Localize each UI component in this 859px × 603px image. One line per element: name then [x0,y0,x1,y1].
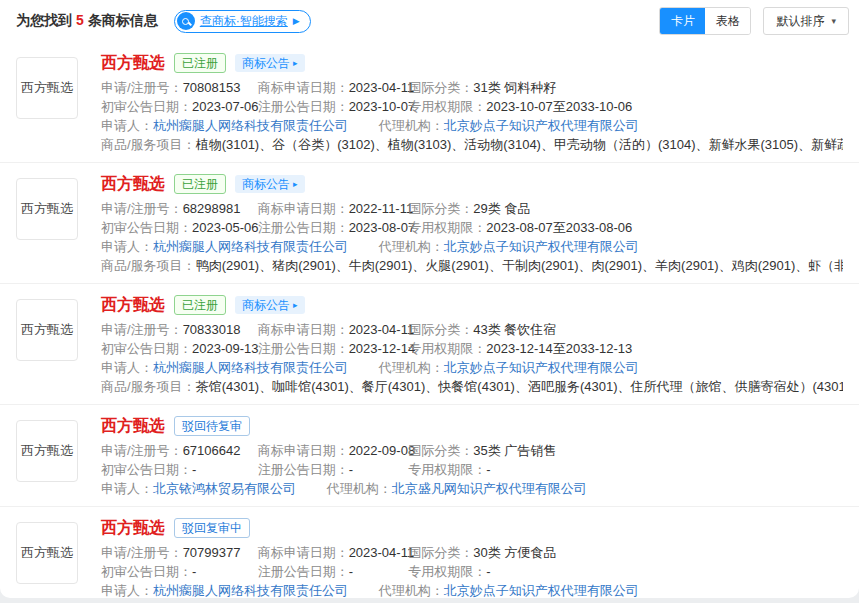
goods-value: 茶馆(4301)、咖啡馆(4301)、餐厅(4301)、快餐馆(4301)、酒吧… [196,379,843,394]
applicant-link[interactable]: 杭州瘸腿人网络科技有限责任公司 [153,118,348,133]
trademark-name-link[interactable]: 西方甄选 [101,518,165,539]
view-toggle: 卡片 表格 [659,7,751,35]
announcement-badge[interactable]: 商标公告 ▸ [235,54,305,72]
agency-link[interactable]: 北京妙点子知识产权代理有限公司 [444,360,639,375]
reg-no-value: 70808153 [183,80,241,95]
arrow-right-icon: ▸ [293,54,298,72]
exclusive-period-value: 2023-12-14至2033-12-13 [486,341,632,356]
result-count-text: 为您找到5条商标信息 [16,12,158,30]
trademark-image-text: 西方甄选 [21,321,73,339]
announcement-label: 商标公告 [242,54,290,72]
intl-class-label: 国际分类： [408,322,473,337]
reg-announce-label: 注册公告日期： [258,99,349,114]
applicant-label: 申请人： [101,118,153,133]
applicant-link[interactable]: 杭州瘸腿人网络科技有限责任公司 [153,239,348,254]
agency-link[interactable]: 北京妙点子知识产权代理有限公司 [444,118,639,133]
view-card-button[interactable]: 卡片 [660,8,705,34]
goods-row: 商品/服务项目：鸭肉(2901)、猪肉(2901)、牛肉(2901)、火腿(29… [101,256,843,275]
results-list: 西方甄选 西方甄选 已注册 商标公告 ▸ 申请/注册号：70808153 商标申… [0,42,859,598]
goods-row: 商品/服务项目：茶馆(4301)、咖啡馆(4301)、餐厅(4301)、快餐馆(… [101,377,843,396]
apply-date-label: 商标申请日期： [258,201,349,216]
exclusive-period-label: 专用权期限： [408,220,486,235]
applicant-link[interactable]: 杭州瘸腿人网络科技有限责任公司 [153,583,348,598]
agency-label: 代理机构： [379,118,444,133]
applicant-label: 申请人： [101,360,153,375]
smart-search-button[interactable]: 查商标·智能搜索 ▶ [174,10,311,33]
agency-link[interactable]: 北京妙点子知识产权代理有限公司 [444,239,639,254]
trademark-image[interactable]: 西方甄选 [16,178,78,240]
applicant-link[interactable]: 北京铱鸿林贸易有限公司 [153,481,296,496]
trademark-image[interactable]: 西方甄选 [16,299,78,361]
exclusive-period-label: 专用权期限： [408,341,486,356]
result-suffix: 条商标信息 [88,12,158,28]
reg-no-value: 70799377 [183,545,241,560]
trademark-image[interactable]: 西方甄选 [16,57,78,119]
intl-class-value: 43类 餐饮住宿 [473,322,556,337]
announcement-label: 商标公告 [242,296,290,314]
agency-label: 代理机构： [379,360,444,375]
announcement-badge[interactable]: 商标公告 ▸ [235,175,305,193]
trademark-results-page: 为您找到5条商标信息 查商标·智能搜索 ▶ 卡片 表格 默认排序 ▾ 西方甄选 [0,0,859,598]
result-prefix: 为您找到 [16,12,72,28]
trademark-record: 西方甄选 西方甄选 已注册 商标公告 ▸ 申请/注册号：70833018 商标申… [0,284,859,405]
trademark-image-text: 西方甄选 [21,544,73,562]
trademark-name-link[interactable]: 西方甄选 [101,295,165,316]
intl-class-value: 35类 广告销售 [473,443,556,458]
intl-class-value: 30类 方便食品 [473,545,556,560]
announcement-badge[interactable]: 商标公告 ▸ [235,296,305,314]
agency-label: 代理机构： [379,239,444,254]
record-row-2: 初审公告日期：2023-09-13 注册公告日期：2023-12-14 专用权期… [101,339,843,358]
trademark-image[interactable]: 西方甄选 [16,522,78,584]
announcement-label: 商标公告 [242,175,290,193]
goods-label: 商品/服务项目： [101,137,196,152]
intl-class-value: 31类 饲料种籽 [473,80,556,95]
status-badge: 已注册 [174,295,226,315]
trademark-name-link[interactable]: 西方甄选 [101,174,165,195]
agency-link[interactable]: 北京妙点子知识产权代理有限公司 [444,583,639,598]
goods-row: 商品/服务项目：植物(3101)、谷（谷类）(3102)、植物(3103)、活动… [101,135,843,154]
trademark-record: 西方甄选 西方甄选 已注册 商标公告 ▸ 申请/注册号：68298981 商标申… [0,163,859,284]
reg-no-label: 申请/注册号： [101,322,183,337]
trademark-image-text: 西方甄选 [21,200,73,218]
apply-date-value: 2022-11-11 [349,201,414,216]
trademark-name-link[interactable]: 西方甄选 [101,416,165,437]
record-row-2: 初审公告日期：- 注册公告日期：- 专用权期限：- [101,460,843,479]
first-trial-label: 初审公告日期： [101,341,192,356]
record-title-row: 西方甄选 已注册 商标公告 ▸ [101,293,843,317]
exclusive-period-label: 专用权期限： [408,564,486,579]
intl-class-value: 29类 食品 [473,201,530,216]
record-content: 西方甄选 驳回复审中 ▸ 申请/注册号：70799377 商标申请日期：2023… [101,516,843,598]
trademark-name-link[interactable]: 西方甄选 [101,53,165,74]
exclusive-period-label: 专用权期限： [408,99,486,114]
results-header: 为您找到5条商标信息 查商标·智能搜索 ▶ 卡片 表格 默认排序 ▾ [0,0,859,42]
arrow-right-icon: ▸ [293,175,298,193]
record-row-3: 申请人：杭州瘸腿人网络科技有限责任公司 代理机构：北京妙点子知识产权代理有限公司 [101,116,843,135]
header-right: 卡片 表格 默认排序 ▾ [659,7,849,35]
applicant-label: 申请人： [101,239,153,254]
record-title-row: 西方甄选 驳回复审中 ▸ [101,516,843,540]
intl-class-label: 国际分类： [408,201,473,216]
view-table-button[interactable]: 表格 [705,8,750,34]
trademark-image[interactable]: 西方甄选 [16,420,78,482]
caret-down-icon: ▾ [831,16,836,26]
applicant-link[interactable]: 杭州瘸腿人网络科技有限责任公司 [153,360,348,375]
reg-no-value: 68298981 [183,201,241,216]
trademark-record: 西方甄选 西方甄选 已注册 商标公告 ▸ 申请/注册号：70808153 商标申… [0,42,859,163]
record-row-2: 初审公告日期：2023-07-06 注册公告日期：2023-10-07 专用权期… [101,97,843,116]
agency-link[interactable]: 北京盛凡网知识产权代理有限公司 [392,481,587,496]
record-content: 西方甄选 已注册 商标公告 ▸ 申请/注册号：68298981 商标申请日期：2… [101,172,843,275]
intl-class-label: 国际分类： [408,545,473,560]
goods-label: 商品/服务项目： [101,379,196,394]
reg-no-label: 申请/注册号： [101,545,183,560]
record-title-row: 西方甄选 驳回待复审 ▸ [101,414,843,438]
record-content: 西方甄选 已注册 商标公告 ▸ 申请/注册号：70808153 商标申请日期：2… [101,51,843,154]
status-badge: 已注册 [174,174,226,194]
reg-announce-value: 2023-08-07 [349,220,416,235]
intl-class-label: 国际分类： [408,80,473,95]
first-trial-value: 2023-05-06 [192,220,259,235]
reg-no-label: 申请/注册号： [101,80,183,95]
first-trial-value: - [192,564,196,579]
reg-no-label: 申请/注册号： [101,443,183,458]
result-count: 5 [76,12,84,28]
sort-dropdown[interactable]: 默认排序 ▾ [763,7,849,35]
